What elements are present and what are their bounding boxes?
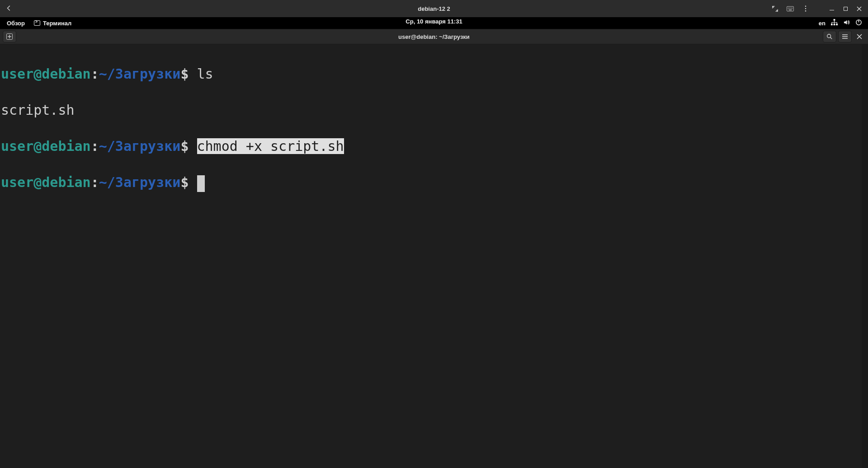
svg-point-8: [790, 8, 790, 9]
prompt-host: debian: [42, 174, 90, 190]
svg-point-21: [827, 34, 831, 38]
svg-rect-11: [789, 9, 792, 10]
prompt-user: user: [1, 138, 33, 154]
prompt-user: user: [1, 174, 33, 190]
terminal-close-button[interactable]: [854, 31, 865, 42]
vm-window-title: debian-12 2: [0, 5, 868, 12]
terminal-body[interactable]: user@debian:~/Загрузки$ ls script.sh use…: [0, 44, 868, 468]
back-button[interactable]: [0, 5, 18, 13]
terminal-line: user@debian:~/Загрузки$ ls: [1, 65, 868, 83]
kebab-icon: [805, 5, 807, 12]
svg-point-7: [789, 8, 789, 9]
expand-icon: [772, 5, 778, 12]
prompt-colon: :: [91, 138, 99, 154]
terminal-line: user@debian:~/Загрузки$ chmod +x script.…: [1, 137, 868, 155]
prompt-user: user: [1, 66, 33, 82]
prompt-path: ~/Загрузки: [99, 138, 181, 154]
prompt-dollar: $: [180, 174, 189, 190]
maximize-icon: [844, 7, 848, 11]
terminal-line: user@debian:~/Загрузки$: [1, 173, 868, 192]
terminal-title: user@debian: ~/Загрузки: [0, 33, 868, 40]
svg-point-13: [805, 8, 806, 9]
kebab-menu-button[interactable]: [802, 5, 809, 12]
prompt-colon: :: [91, 66, 99, 82]
close-button[interactable]: [856, 6, 862, 11]
keyboard-button[interactable]: [787, 5, 794, 12]
maximize-button[interactable]: [843, 6, 848, 11]
search-button[interactable]: [823, 31, 836, 42]
hamburger-menu-button[interactable]: [838, 31, 852, 42]
terminal-cursor: [197, 175, 205, 192]
fullscreen-button[interactable]: [771, 5, 778, 12]
svg-point-2: [789, 7, 789, 8]
prompt-path: ~/Загрузки: [99, 174, 181, 190]
svg-point-5: [792, 7, 793, 8]
new-tab-button[interactable]: [3, 31, 16, 42]
prompt-colon: :: [91, 174, 99, 190]
terminal-scrollbar[interactable]: [862, 44, 868, 468]
hamburger-icon: [842, 33, 848, 40]
svg-point-1: [788, 7, 788, 8]
svg-point-14: [805, 10, 806, 11]
command-text: ls: [197, 66, 213, 82]
clock[interactable]: Ср, 10 января 11:31: [406, 18, 462, 25]
prompt-host: debian: [42, 138, 90, 154]
prompt-host: debian: [42, 66, 90, 82]
terminal-line: script.sh: [1, 101, 868, 119]
svg-point-6: [788, 8, 788, 9]
svg-point-4: [791, 7, 792, 8]
selected-command-text: chmod +x script.sh: [197, 138, 344, 154]
search-icon: [826, 33, 833, 40]
prompt-at: @: [33, 174, 42, 190]
close-icon: [857, 6, 862, 11]
output-text: script.sh: [1, 102, 75, 118]
close-icon: [857, 34, 862, 39]
terminal-headerbar: user@debian: ~/Загрузки: [0, 29, 868, 44]
prompt-dollar: $: [180, 66, 189, 82]
svg-point-12: [805, 6, 806, 7]
prompt-dollar: $: [180, 138, 189, 154]
prompt-at: @: [33, 138, 42, 154]
prompt-at: @: [33, 66, 42, 82]
svg-point-9: [791, 8, 792, 9]
prompt-path: ~/Загрузки: [99, 66, 181, 82]
svg-point-10: [792, 8, 793, 9]
keyboard-icon: [787, 6, 794, 12]
minimize-button[interactable]: [829, 6, 835, 11]
plus-icon: [6, 33, 13, 40]
chevron-left-icon: [6, 5, 12, 11]
vm-titlebar: debian-12 2: [0, 0, 868, 17]
minimize-icon: [830, 10, 834, 10]
svg-point-3: [790, 7, 790, 8]
